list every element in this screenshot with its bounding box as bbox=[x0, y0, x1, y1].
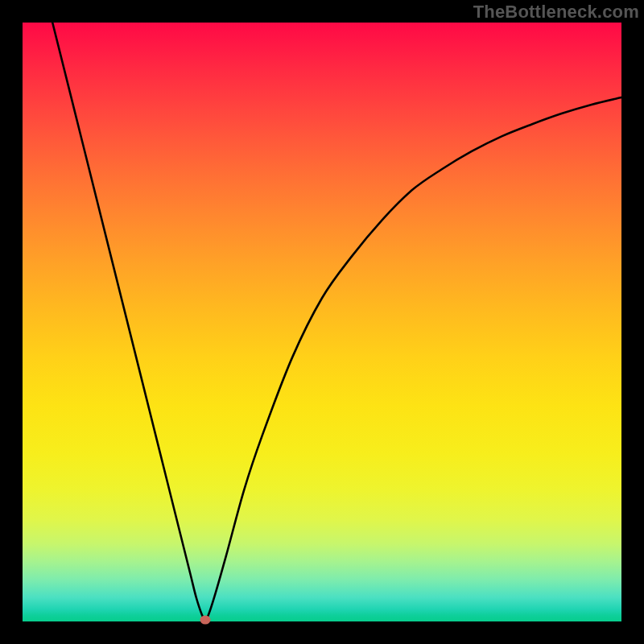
optimal-point-marker bbox=[200, 615, 210, 624]
curve-svg bbox=[23, 23, 621, 621]
bottleneck-curve-path bbox=[52, 23, 621, 620]
chart-stage: TheBottleneck.com bbox=[0, 0, 644, 644]
plot-area bbox=[23, 23, 621, 621]
watermark-text: TheBottleneck.com bbox=[473, 2, 639, 23]
